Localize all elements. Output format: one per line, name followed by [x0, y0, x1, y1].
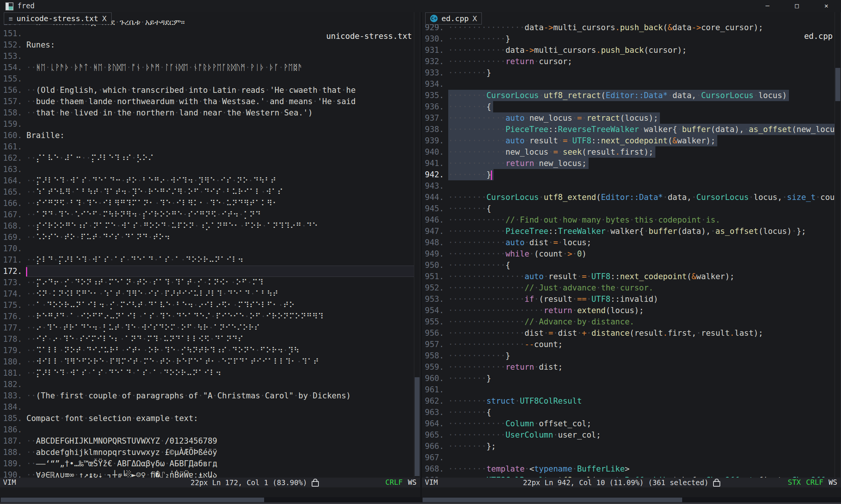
code-text[interactable]: ············{ [448, 260, 510, 271]
editor-line-153[interactable]: 153. [0, 51, 414, 62]
tab-unicode-stress[interactable]: ≡ unicode-stress.txt X [4, 12, 112, 25]
code-text[interactable]: ············data->multi_cursors.push_bac… [448, 45, 687, 56]
editor-line-186[interactable]: 186. [0, 424, 414, 435]
scroll-thumb[interactable] [415, 377, 420, 476]
editor-line-152[interactable]: 152.Runes: [0, 39, 414, 51]
editor-line-942[interactable]: 942.········} [422, 169, 835, 180]
editor-line-950[interactable]: 950.············{ [422, 260, 835, 271]
editor-line-967[interactable]: 967. [422, 452, 835, 463]
tab-ed-cpp[interactable]: C+ ed.cpp X [425, 12, 482, 25]
editor-line-171[interactable]: 171.··⡕⠇⠙·⡍⠜⠇⠑⠹·⠺⠁⠎·⠁⠎·⠙⠑⠁⠙·⠁⠎·⠁·⠙⠕⠕⠗⠤⠝⠁… [0, 254, 414, 266]
code-text[interactable]: ··⡕⠇⠙·⡍⠜⠇⠑⠹·⠺⠁⠎·⠁⠎·⠙⠑⠁⠙·⠁⠎·⠁·⠙⠕⠕⠗⠤⠝⠁⠊⠇⠲ [26, 254, 243, 266]
code-text[interactable]: ········template·<typename·BufferLike> [448, 463, 630, 475]
editor-line-177[interactable]: 177.··⠔·⠹⠑·⠞⠗⠁⠙⠑⠲·⡃⠥⠞·⠹⠑·⠺⠊⠎⠙⠕⠍·⠕⠋·⠳⠗·⠁⠝… [0, 322, 414, 333]
code-text[interactable]: ············//·Find·out·how·many·bytes·t… [448, 214, 720, 226]
code-text[interactable]: ··⠺⠊⠇⠇·⠹⠻⠑⠋⠕⠗⠑·⠏⠻⠍⠊⠞·⠍⠑·⠞⠕·⠗⠑⠏⠑⠁⠞⠂·⠑⠍⠏⠙⠁… [26, 356, 319, 367]
code-text[interactable]: ··⠗⠑⠛⠜⠙·⠁·⠊⠕⠋⠋⠔⠤⠝⠁⠊⠇·⠁⠎·⠹⠑·⠙⠑⠁⠙⠑⠌·⠏⠊⠑⠊⠑·… [26, 311, 324, 322]
code-text[interactable]: ············} [448, 350, 510, 361]
code-text[interactable]: ··⡍⠜⠇⠑⠹·⠺⠁⠎·⠁⠎·⠙⠑⠁⠙·⠁⠎·⠁·⠙⠕⠕⠗⠤⠝⠁⠊⠇⠲ [26, 367, 221, 379]
editor-line-187[interactable]: 187.··ABCDEFGHIJKLMNOPQRSTUVWXYZ·/012345… [0, 435, 414, 447]
editor-line-932[interactable]: 932.············return·cursor; [422, 56, 835, 67]
code-text[interactable]: ··(Old·English,·which·transcribed·into·L… [26, 85, 356, 96]
editor-line-169[interactable]: 169.··⠡⠕⠎⠑·⠞⠕·⠏⠥⠞·⠙⠊⠎·⠙⠁⠝⠙·⠞⠕⠲ [0, 232, 414, 243]
code-text[interactable]: Braille: [26, 130, 65, 141]
code-text[interactable]: ··⠊⠎·⠔·⠹⠑·⠎⠊⠍⠊⠇⠑⠆·⠁⠝⠙·⠍⠹·⠥⠝⠙⠁⠇⠇⠪⠫·⠙⠁⠝⠙⠎ [26, 333, 243, 345]
close-button[interactable]: ✕ [812, 0, 841, 12]
editor-line-957[interactable]: 957.················--count; [422, 339, 835, 350]
editor-line-159[interactable]: 159. [0, 118, 414, 130]
code-text[interactable]: ················dist·=·dist·+·distance(r… [448, 327, 763, 339]
code-text[interactable]: ··that·he·lived·in·the·northern·land·nea… [26, 107, 313, 118]
editor-line-966[interactable]: 966.········}; [422, 441, 835, 452]
horizontal-scrollbar-right[interactable] [422, 497, 841, 502]
code-text[interactable]: ··⠎⠊⠛⠝⠫·⠃⠹·⠹⠑·⠊⠇⠻⠛⠹⠍⠁⠝⠂·⠹⠑·⠊⠇⠻⠅⠂·⠹⠑·⠥⠝⠙⠻… [26, 198, 278, 209]
code-text[interactable] [26, 266, 414, 277]
editor-line-968[interactable]: 968.········template·<typename·BufferLik… [422, 463, 835, 475]
code-text[interactable]: ················//·Just·advance·the·curs… [448, 282, 653, 293]
editor-line-154[interactable]: 154.··ᚻᛖ·ᚳᚹᚫᚦ·ᚦᚫᛏ·ᚻᛖ·ᛒᚢᛞᛖ·ᚩᚾ·ᚦᚫᛗ·ᛚᚪᚾᛞᛖ·ᚾ… [0, 62, 414, 73]
code-text[interactable]: ··⡎⠊⠗⠕⠕⠛⠑⠰⠎·⠝⠁⠍⠑·⠺⠁⠎·⠛⠕⠕⠙·⠥⠏⠕⠝·⠰⡡⠁⠝⠛⠑⠂·⠋… [26, 220, 318, 232]
code-text[interactable]: ················--count; [448, 339, 563, 350]
editor-line-939[interactable]: 939.············auto·result·=·UTF8::next… [422, 135, 835, 146]
code-text[interactable]: ········CursorLocus·utf8_extend(Editor::… [448, 192, 835, 203]
code-area-right[interactable]: 929.················data->multi_cursors.… [422, 12, 835, 486]
editor-line-941[interactable]: 941.············return·new_locus; [422, 158, 835, 169]
minimize-button[interactable]: – [753, 0, 782, 12]
code-text[interactable]: ········struct·UTF8ColResult [448, 395, 582, 407]
editor-line-173[interactable]: 173.··⡍⠔⠙⠖·⡊·⠙⠕⠝⠰⠞·⠍⠑⠁⠝·⠞⠕·⠎⠁⠹·⠹⠁⠞·⡊·⠅⠝⠪… [0, 277, 414, 288]
code-text[interactable]: ············} [448, 33, 510, 45]
code-text[interactable]: ··⠁·⠙⠕⠕⠗⠤⠝⠁⠊⠇⠲·⡊·⠍⠊⠣⠞·⠙⠁⠧⠑·⠃⠑⠲·⠔⠊⠇⠔⠫⠂·⠍⠹… [26, 300, 295, 311]
editor-line-172[interactable]: 172. [0, 266, 414, 277]
code-text[interactable]: ············while·(count·>·0) [448, 248, 587, 260]
code-text[interactable]: ········} [448, 373, 491, 384]
code-text[interactable]: Runes: [26, 39, 55, 51]
editor-line-931[interactable]: 931.············data->multi_cursors.push… [422, 45, 835, 56]
editor-line-168[interactable]: 168.··⡎⠊⠗⠕⠕⠛⠑⠰⠎·⠝⠁⠍⠑·⠺⠁⠎·⠛⠕⠕⠙·⠥⠏⠕⠝·⠰⡡⠁⠝⠛… [0, 220, 414, 232]
editor-line-189[interactable]: 189.··–—‘“”„†•…‰™œŠŸž€·ΑΒΓΔΩαβγδω·АБВГДа… [0, 458, 414, 469]
code-text-selected[interactable]: ········} [448, 169, 494, 180]
editor-line-184[interactable]: 184. [0, 401, 414, 413]
code-area-left[interactable]: 150.··ሰው·እንደቤቱ·እንጅ·እንደ·ጉረቤቱ·አይተዳደርም።151.… [0, 12, 414, 481]
editor-line-940[interactable]: 940.············new_locus·=·seek(result.… [422, 146, 835, 158]
editor-line-178[interactable]: 178.··⠊⠎·⠔·⠹⠑·⠎⠊⠍⠊⠇⠑⠆·⠁⠝⠙·⠍⠹·⠥⠝⠙⠁⠇⠇⠪⠫·⠙⠁… [0, 333, 414, 345]
code-text[interactable]: ··⠱⠁⠞⠑⠧⠻·⠁⠃⠳⠞·⠹⠁⠞⠲·⡹⠑·⠗⠑⠛⠊⠌⠻·⠕⠋·⠙⠊⠎·⠃⠥⠗⠊… [26, 186, 283, 198]
code-text-selected[interactable]: ············PieceTree::ReverseTreeWalker… [448, 124, 835, 135]
editor-line-164[interactable]: 164.··⡍⠜⠇⠑⠹·⠺⠁⠎·⠙⠑⠁⠙⠒·⠞⠕·⠃⠑⠛⠔·⠺⠊⠹⠲·⡹⠻⠑·⠊… [0, 175, 414, 186]
code-text[interactable]: ··⠪⠝·⠅⠝⠪⠇⠫⠛⠑⠂·⠱⠁⠞·⠹⠻⠑·⠊⠎·⠏⠜⠞⠊⠊⠥⠇⠜⠇⠹·⠙⠑⠁⠙… [26, 288, 278, 300]
editor-line-174[interactable]: 174.··⠪⠝·⠅⠝⠪⠇⠫⠛⠑⠂·⠱⠁⠞·⠹⠻⠑·⠊⠎·⠏⠜⠞⠊⠊⠥⠇⠜⠇⠹·… [0, 288, 414, 300]
editor-line-962[interactable]: 962.········struct·UTF8ColResult [422, 395, 835, 407]
code-text[interactable]: Compact·font·selection·example·text: [26, 413, 198, 424]
editor-line-933[interactable]: 933.········} [422, 67, 835, 78]
editor-line-165[interactable]: 165.··⠱⠁⠞⠑⠧⠻·⠁⠃⠳⠞·⠹⠁⠞⠲·⡹⠑·⠗⠑⠛⠊⠌⠻·⠕⠋·⠙⠊⠎·… [0, 186, 414, 198]
editor-line-155[interactable]: 155. [0, 73, 414, 85]
tab-close-icon[interactable]: X [472, 14, 477, 23]
code-text[interactable]: ················auto·result·=·UTF8::next… [448, 271, 735, 282]
code-text[interactable]: ········{ [448, 407, 491, 418]
editor-line-947[interactable]: 947.············PieceTree::TreeWalker·wa… [422, 226, 835, 237]
code-text[interactable]: ··ᚻᛖ·ᚳᚹᚫᚦ·ᚦᚫᛏ·ᚻᛖ·ᛒᚢᛞᛖ·ᚩᚾ·ᚦᚫᛗ·ᛚᚪᚾᛞᛖ·ᚾᚩᚱᚦᚹ… [26, 62, 303, 73]
code-text[interactable]: ··⠩⠁⠇⠇·⠝⠕⠞·⠙⠊⠌⠥⠗⠃·⠊⠞⠂·⠕⠗·⠹⠑·⡊⠳⠝⠞⠗⠹⠰⠎·⠙⠕⠝… [26, 345, 300, 356]
editor-line-158[interactable]: 158.··that·he·lived·in·the·northern·land… [0, 107, 414, 118]
code-text[interactable]: ··⡍⠜⠇⠑⠹·⠺⠁⠎·⠙⠑⠁⠙⠒·⠞⠕·⠃⠑⠛⠔·⠺⠊⠹⠲·⡹⠻⠑·⠊⠎·⠝⠕… [26, 175, 276, 186]
editor-line-943[interactable]: 943. [422, 180, 835, 192]
editor-line-965[interactable]: 965.············UserColumn·user_col; [422, 429, 835, 441]
editor-line-952[interactable]: 952.················//·Just·advance·the·… [422, 282, 835, 293]
editor-line-945[interactable]: 945.········{ [422, 203, 835, 214]
code-text[interactable]: ················if·(result·==·UTF8::inva… [448, 293, 658, 305]
editor-line-181[interactable]: 181.··⡍⠜⠇⠑⠹·⠺⠁⠎·⠁⠎·⠙⠑⠁⠙·⠁⠎·⠁·⠙⠕⠕⠗⠤⠝⠁⠊⠇⠲ [0, 367, 414, 379]
code-text-selected[interactable]: ············return·new_locus; [448, 158, 589, 169]
code-text[interactable]: ········}; [448, 441, 496, 452]
code-text-selected[interactable]: ········CursorLocus·utf8_retract(Editor:… [448, 90, 789, 101]
vertical-scrollbar-left[interactable] [414, 12, 420, 487]
code-text[interactable]: ··abcdefghijklmnopqrstuvwxyz·£©µÀÆÖÞßéöÿ [26, 447, 217, 458]
editor-line-955[interactable]: 955.················//·Advance·by·distan… [422, 316, 835, 327]
code-text[interactable]: ············UserColumn·user_col; [448, 429, 601, 441]
editor-line-156[interactable]: 156.··(Old·English,·which·transcribed·in… [0, 85, 414, 96]
code-text[interactable]: ··bude·thaem·lande·northweardum·with·tha… [26, 96, 356, 107]
code-text[interactable]: ········} [448, 67, 491, 78]
editor-pane-left[interactable]: 150.··ሰው·እንደቤቱ·እንጅ·እንደ·ጉረቤቱ·አይተዳደርም።151.… [0, 12, 420, 487]
code-text-selected[interactable]: ········{ [448, 101, 493, 112]
editor-line-961[interactable]: 961. [422, 384, 835, 395]
code-text[interactable]: ············auto·dist·=·locus; [448, 237, 591, 248]
code-text[interactable]: ··–—‘“”„†•…‰™œŠŸž€·ΑΒΓΔΩαβγδω·АБВГДабвгд [26, 458, 217, 469]
